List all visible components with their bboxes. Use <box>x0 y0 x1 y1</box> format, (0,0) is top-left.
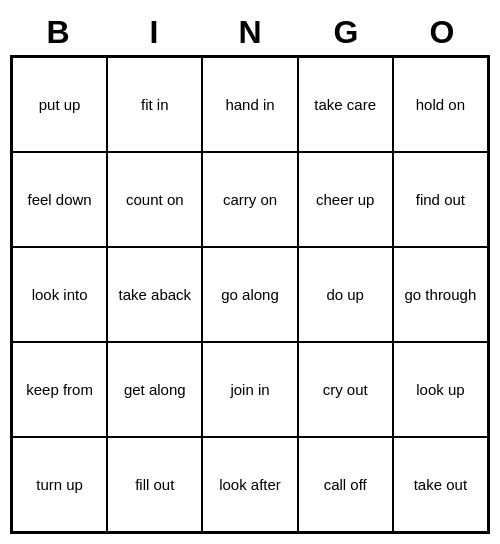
bingo-cell-r1-c4: find out <box>393 152 488 247</box>
bingo-cell-r2-c4: go through <box>393 247 488 342</box>
bingo-cell-r0-c1: fit in <box>107 57 202 152</box>
bingo-cell-r0-c3: take care <box>298 57 393 152</box>
bingo-cell-r2-c1: take aback <box>107 247 202 342</box>
bingo-cell-r4-c2: look after <box>202 437 297 532</box>
bingo-cell-r1-c1: count on <box>107 152 202 247</box>
bingo-cell-r2-c2: go along <box>202 247 297 342</box>
bingo-cell-r3-c2: join in <box>202 342 297 437</box>
bingo-cell-r2-c3: do up <box>298 247 393 342</box>
bingo-cell-r4-c0: turn up <box>12 437 107 532</box>
bingo-cell-r4-c1: fill out <box>107 437 202 532</box>
bingo-cell-r4-c3: call off <box>298 437 393 532</box>
header-letter-b: B <box>10 10 106 55</box>
bingo-grid: put upfit inhand intake carehold onfeel … <box>10 55 490 534</box>
header-letter-i: I <box>106 10 202 55</box>
bingo-cell-r2-c0: look into <box>12 247 107 342</box>
header-letter-o: O <box>394 10 490 55</box>
bingo-cell-r3-c0: keep from <box>12 342 107 437</box>
bingo-cell-r1-c0: feel down <box>12 152 107 247</box>
bingo-header: BINGO <box>10 10 490 55</box>
bingo-cell-r0-c4: hold on <box>393 57 488 152</box>
bingo-cell-r0-c2: hand in <box>202 57 297 152</box>
header-letter-g: G <box>298 10 394 55</box>
bingo-cell-r3-c3: cry out <box>298 342 393 437</box>
bingo-cell-r4-c4: take out <box>393 437 488 532</box>
bingo-cell-r0-c0: put up <box>12 57 107 152</box>
bingo-cell-r1-c2: carry on <box>202 152 297 247</box>
bingo-card: BINGO put upfit inhand intake carehold o… <box>10 10 490 534</box>
bingo-cell-r3-c4: look up <box>393 342 488 437</box>
bingo-cell-r3-c1: get along <box>107 342 202 437</box>
header-letter-n: N <box>202 10 298 55</box>
bingo-cell-r1-c3: cheer up <box>298 152 393 247</box>
